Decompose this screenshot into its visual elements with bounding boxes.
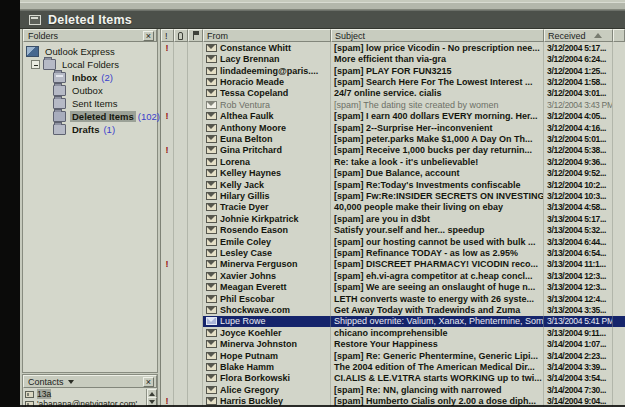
message-row[interactable]: Emile Coley [spam] our hosting cannot be… — [161, 236, 625, 247]
attachment-cell — [174, 156, 188, 167]
column-flag[interactable] — [188, 29, 203, 42]
received-cell: 3/12/2004 3:43 PM — [544, 99, 613, 110]
message-row[interactable]: Horacio Meade [spam] Search Here For The… — [161, 76, 625, 87]
sender-name: Kelly Jack — [220, 180, 264, 190]
message-row[interactable]: Alice Gregory [spam] Re: NN, glancing wi… — [161, 384, 625, 395]
message-row[interactable]: Hilary Gillis [spam] Fw:Re:INSIDER SECRE… — [161, 190, 625, 201]
contact-card-icon — [25, 391, 34, 398]
priority-cell — [161, 99, 174, 110]
envelope-icon — [206, 386, 217, 394]
from-cell: lindadeeming@paris.... — [203, 65, 331, 76]
message-row[interactable]: Minerva Johnston Restore Your Happiness … — [161, 339, 625, 350]
sender-name: Constance Whitt — [220, 43, 291, 53]
message-row[interactable]: lindadeeming@paris.... [spam] PLAY FOR F… — [161, 65, 625, 76]
message-row[interactable]: Xavier Johns [spam] eh.vi-agra competito… — [161, 270, 625, 281]
attachment-cell — [174, 339, 188, 350]
monitor-photo: Deleted Items Folders × Outlook Express … — [0, 0, 625, 407]
folder-tree-item[interactable]: Local Folders — [23, 58, 157, 71]
folder-icon — [26, 46, 39, 57]
flag-cell — [188, 327, 203, 338]
column-priority[interactable]: ! — [161, 29, 174, 42]
subject-cell: [spam] PLAY FOR FUN3215 — [331, 65, 544, 76]
envelope-icon — [206, 317, 217, 325]
from-cell: Minerva Johnston — [203, 339, 331, 350]
contacts-dropdown[interactable]: Contacts — [28, 377, 74, 387]
subject-cell: [spam] our hosting cannot be used with b… — [331, 236, 544, 247]
contacts-close-button[interactable]: × — [143, 377, 154, 387]
scroll-down-button[interactable] — [147, 397, 157, 406]
message-row[interactable]: ! Gina Pritchard [spam] Receive 1,000 bu… — [161, 145, 625, 156]
message-row[interactable]: Hope Putnam [spam] Re: Generic Phentermi… — [161, 350, 625, 361]
message-row[interactable]: Rob Ventura [spam] The dating site creat… — [161, 99, 625, 110]
message-row[interactable]: Shockwave.com Get Away Today with Tradew… — [161, 304, 625, 315]
sender-name: Phil Escobar — [220, 294, 275, 304]
subject-cell: [spam] peter.parks Make $1,000 A Day On … — [331, 133, 544, 144]
folder-tree-item[interactable]: Sent Items — [23, 97, 157, 110]
column-subject[interactable]: Subject — [331, 29, 544, 42]
arrow-up-icon — [149, 392, 155, 396]
message-row[interactable]: Lacy Brennan More efficient than via-gra… — [161, 53, 625, 64]
subject-cell: [spam] Re: NN, glancing with narrowed — [331, 384, 544, 395]
contact-item[interactable]: 'abanana@netvigator.com' — [23, 399, 146, 407]
folder-label: Local Folders — [60, 59, 121, 70]
message-row[interactable]: Tracie Dyer 40,000 people make their liv… — [161, 202, 625, 213]
left-column: Folders × Outlook Express Local Folders … — [22, 29, 158, 407]
message-row[interactable]: Rosendo Eason Satisfy your.self and her.… — [161, 225, 625, 236]
folder-tree-item[interactable]: Deleted Items (102) — [23, 110, 157, 123]
column-from[interactable]: From — [203, 29, 331, 42]
tree-expander[interactable] — [31, 60, 40, 69]
priority-cell — [161, 202, 174, 213]
flag-cell — [188, 53, 203, 64]
folder-tree-item[interactable]: Drafts (1) — [23, 123, 157, 136]
sender-name: Anthony Moore — [220, 123, 286, 133]
subject-cell: Satisfy your.self and her... speedup — [331, 225, 544, 236]
message-row[interactable]: Euna Belton [spam] peter.parks Make $1,0… — [161, 133, 625, 144]
sender-name: Emile Coley — [220, 237, 271, 247]
received-cell: 3/12/2004 1:58... — [544, 76, 613, 87]
attachment-cell — [174, 350, 188, 361]
flag-cell — [188, 270, 203, 281]
message-row[interactable]: ! Minerva Ferguson [spam] DISCREET PHARM… — [161, 259, 625, 270]
message-row[interactable]: Tessa Copeland 24/7 online service. cial… — [161, 88, 625, 99]
message-row[interactable]: Kelley Haynes [spam] Due Balance, accoun… — [161, 167, 625, 178]
contact-label: 13a — [37, 389, 51, 399]
extra-cell — [613, 384, 625, 395]
received-cell: 3/13/2004 11:1... — [544, 259, 613, 270]
message-row[interactable]: ! Constance Whitt [spam] low price Vicod… — [161, 42, 625, 53]
message-row[interactable]: Anthony Moore [spam] 2--Surprise Her--in… — [161, 122, 625, 133]
envelope-icon — [206, 78, 217, 86]
priority-cell: ! — [161, 259, 174, 270]
folder-tree-item[interactable]: Outbox — [23, 84, 157, 97]
sender-name: Tessa Copeland — [220, 88, 288, 98]
message-row[interactable]: Meagan Everett [spam] We are seeing an o… — [161, 282, 625, 293]
folders-pane-header: Folders × — [23, 29, 157, 42]
message-row[interactable]: ! Harris Buckley [spam] Humberto Cialis … — [161, 396, 625, 407]
message-row[interactable]: Blake Hamm The 2004 edition of The Ameri… — [161, 361, 625, 372]
message-row[interactable]: Lupe Rowe Shipped overnite: Valium, Xana… — [161, 316, 625, 327]
flag-cell — [188, 167, 203, 178]
contacts-scrollbar[interactable] — [146, 389, 157, 406]
message-row[interactable]: Phil Escobar LETH converts waste to ener… — [161, 293, 625, 304]
extra-cell — [613, 110, 625, 121]
column-attachment[interactable] — [174, 29, 188, 42]
message-row[interactable]: Kelly Jack [spam] Re:Today's Investments… — [161, 179, 625, 190]
sender-name: Johnie Kirkpatrick — [220, 214, 299, 224]
message-row[interactable]: Flora Borkowski CI.ALIS & LE.V1TRA start… — [161, 373, 625, 384]
column-received[interactable]: Received — [544, 29, 613, 42]
contact-item[interactable]: 13a — [23, 389, 146, 399]
message-row[interactable]: Lorena Re: take a look - it's unbelievab… — [161, 156, 625, 167]
message-row[interactable]: Johnie Kirkpatrick [spam] are you in d3b… — [161, 213, 625, 224]
sender-name: Gina Pritchard — [220, 145, 282, 155]
message-row[interactable]: Joyce Koehler chicano incomprehensible 3… — [161, 327, 625, 338]
message-row[interactable]: Lesley Case [spam] Refinance TODAY - as … — [161, 247, 625, 258]
envelope-icon — [206, 283, 217, 291]
message-row[interactable]: ! Althea Faulk [spam] I earn 400 dollars… — [161, 110, 625, 121]
extra-cell — [613, 282, 625, 293]
flag-cell — [188, 225, 203, 236]
received-cell: 3/13/2004 12:4... — [544, 293, 613, 304]
sender-name: lindadeeming@paris.... — [220, 66, 318, 76]
attachment-cell — [174, 122, 188, 133]
attachment-cell — [174, 88, 188, 99]
folder-tree-item[interactable]: Inbox (2) — [23, 71, 157, 84]
folders-close-button[interactable]: × — [143, 31, 154, 41]
